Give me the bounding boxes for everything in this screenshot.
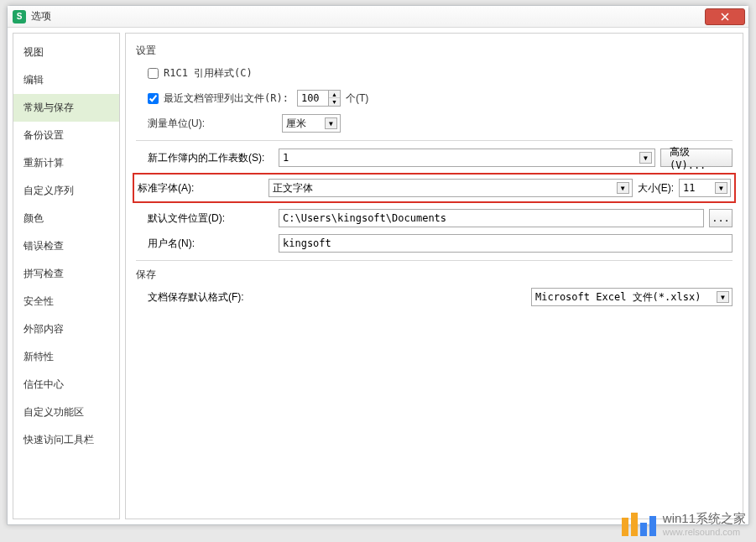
username-value: kingsoft [283, 237, 331, 249]
sidebar-item-external[interactable]: 外部内容 [13, 315, 119, 343]
section-save-title: 保存 [136, 268, 733, 282]
options-dialog: S 选项 视图 编辑 常规与保存 备份设置 重新计算 自定义序列 颜色 错误检查… [7, 5, 749, 525]
browse-button[interactable]: ... [709, 209, 733, 227]
close-icon [721, 13, 729, 21]
highlighted-font-row: 标准字体(A): 正文字体 ▼ 大小(E): 11 ▼ [133, 173, 736, 203]
recent-files-checkbox[interactable] [148, 93, 159, 104]
advanced-button[interactable]: 高级(V)... [660, 149, 733, 167]
section-settings-title: 设置 [136, 44, 733, 58]
font-value: 正文字体 [273, 181, 313, 195]
size-value: 11 [683, 182, 695, 194]
sidebar-item-edit[interactable]: 编辑 [13, 66, 119, 94]
recent-files-label: 最近文档管理列出文件(R): [164, 91, 289, 106]
default-path-input[interactable]: C:\Users\kingsoft\Documents [279, 209, 704, 227]
watermark-logo-icon [622, 513, 656, 536]
settings-panel: 设置 R1C1 引用样式(C) 最近文档管理列出文件(R): 100 ▲▼ 个(… [125, 33, 743, 519]
sheets-count-select[interactable]: 1 ▼ [279, 149, 655, 167]
watermark-line2: www.relsound.com [663, 527, 746, 537]
save-format-value: Microsoft Excel 文件(*.xlsx) [535, 290, 701, 305]
chevron-down-icon: ▼ [325, 117, 337, 129]
measure-unit-label: 测量单位(U): [148, 117, 265, 131]
sidebar-item-custom-list[interactable]: 自定义序列 [13, 177, 119, 205]
save-format-label: 文档保存默认格式(F): [148, 290, 274, 305]
default-path-value: C:\Users\kingsoft\Documents [283, 212, 446, 224]
titlebar: S 选项 [8, 6, 748, 28]
sheets-label: 新工作簿内的工作表数(S): [148, 151, 274, 165]
recent-files-count-input[interactable]: 100 ▲▼ [297, 90, 341, 107]
size-select[interactable]: 11 ▼ [679, 179, 731, 197]
watermark: win11系统之家 www.relsound.com [622, 511, 746, 537]
spinner-icon[interactable]: ▲▼ [328, 91, 340, 106]
sidebar-item-custom-ribbon[interactable]: 自定义功能区 [13, 399, 119, 426]
sidebar-item-backup[interactable]: 备份设置 [13, 122, 119, 149]
close-button[interactable] [705, 8, 745, 25]
sidebar-item-error-check[interactable]: 错误检查 [13, 232, 119, 260]
measure-unit-value: 厘米 [286, 117, 306, 131]
sidebar-item-recalc[interactable]: 重新计算 [13, 149, 119, 177]
recent-files-count-value: 100 [298, 92, 328, 104]
watermark-line1: win11系统之家 [663, 511, 746, 527]
sidebar-item-new-features[interactable]: 新特性 [13, 343, 119, 371]
default-path-label: 默认文件位置(D): [148, 211, 274, 226]
window-title: 选项 [31, 9, 705, 23]
sidebar-item-quick-access[interactable]: 快速访问工具栏 [13, 426, 119, 454]
app-icon: S [13, 10, 26, 23]
chevron-down-icon: ▼ [617, 182, 629, 194]
username-label: 用户名(N): [148, 237, 274, 251]
chevron-down-icon: ▼ [717, 291, 729, 303]
sidebar-item-security[interactable]: 安全性 [13, 288, 119, 315]
r1c1-checkbox[interactable] [148, 68, 159, 79]
sidebar-item-trust-center[interactable]: 信任中心 [13, 371, 119, 399]
chevron-down-icon: ▼ [715, 182, 727, 194]
r1c1-label: R1C1 引用样式(C) [164, 66, 253, 81]
sidebar-item-spell-check[interactable]: 拼写检查 [13, 260, 119, 288]
chevron-down-icon: ▼ [639, 152, 652, 164]
size-label: 大小(E): [638, 181, 674, 195]
sidebar-item-general-save[interactable]: 常规与保存 [13, 94, 119, 122]
category-sidebar: 视图 编辑 常规与保存 备份设置 重新计算 自定义序列 颜色 错误检查 拼写检查… [13, 33, 120, 519]
sheets-count-value: 1 [283, 152, 289, 164]
username-input[interactable]: kingsoft [279, 234, 733, 253]
save-format-select[interactable]: Microsoft Excel 文件(*.xlsx) ▼ [531, 288, 733, 306]
font-select[interactable]: 正文字体 ▼ [269, 179, 633, 197]
measure-unit-select[interactable]: 厘米 ▼ [282, 114, 341, 133]
sidebar-item-view[interactable]: 视图 [13, 39, 119, 66]
font-label: 标准字体(A): [138, 181, 263, 195]
recent-files-unit: 个(T) [346, 91, 368, 106]
sidebar-item-color[interactable]: 颜色 [13, 205, 119, 232]
